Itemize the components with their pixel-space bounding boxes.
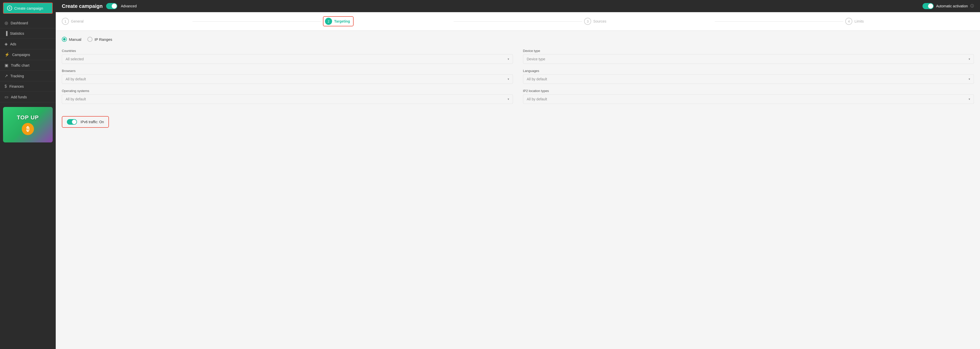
sidebar-item-ads-label: Ads <box>10 42 16 46</box>
sidebar-item-tracking[interactable]: ↗ Tracking <box>0 71 56 81</box>
countries-field: Countries All selected ▾ <box>62 49 513 64</box>
ipv6-row-wrapper: IPv6 traffic: On <box>62 110 974 128</box>
sidebar-item-traffic-chart-label: Traffic chart <box>11 63 29 67</box>
plus-circle-icon: + <box>7 6 12 11</box>
traffic-chart-icon: ▣ <box>5 63 8 68</box>
countries-chevron-icon: ▾ <box>508 57 509 61</box>
sidebar-item-tracking-label: Tracking <box>10 74 24 78</box>
device-type-chevron-icon: ▾ <box>969 57 970 61</box>
step-limits-label: Limits <box>854 19 864 23</box>
campaigns-icon: ⚡ <box>5 52 10 57</box>
operating-systems-chevron-icon: ▾ <box>508 97 509 101</box>
ipv6-toggle[interactable] <box>67 119 77 125</box>
statistics-icon: ▐ <box>5 31 7 36</box>
languages-label: Languages <box>523 69 974 73</box>
sidebar-item-ads[interactable]: ◈ Ads <box>0 39 56 49</box>
sidebar-item-dashboard[interactable]: ◎ Dashboard <box>0 18 56 29</box>
languages-select[interactable]: All by default ▾ <box>523 74 974 84</box>
topbar-right: Automatic activation ⓘ <box>923 3 974 9</box>
languages-value: All by default <box>527 77 547 81</box>
step-line-3 <box>715 21 843 22</box>
step-targeting-active-box: 2 Targeting <box>323 16 353 26</box>
sidebar-item-finances[interactable]: $ Finances <box>0 81 56 92</box>
content-area: Manual IP Ranges Countries All selected … <box>56 31 980 349</box>
browsers-chevron-icon: ▾ <box>508 77 509 81</box>
operating-systems-label: Operating systems <box>62 89 513 93</box>
steps-bar: 1 General 2 Targeting 3 Sources 4 <box>56 12 980 31</box>
advanced-label: Advanced <box>121 4 137 8</box>
device-type-select[interactable]: Device type ▾ <box>523 54 974 64</box>
main-content: Create campaign Advanced Automatic activ… <box>56 0 980 349</box>
browsers-select[interactable]: All by default ▾ <box>62 74 513 84</box>
step-targeting-label: Targeting <box>334 19 350 23</box>
ipv6-label: IPv6 traffic: On <box>81 120 104 124</box>
operating-systems-value: All by default <box>65 97 86 101</box>
sidebar-item-add-funds-label: Add funds <box>11 95 27 99</box>
operating-systems-select[interactable]: All by default ▾ <box>62 94 513 104</box>
top-up-label: TOP UP <box>17 114 39 121</box>
countries-select[interactable]: All selected ▾ <box>62 54 513 64</box>
sidebar-item-statistics-label: Statistics <box>10 32 24 35</box>
page-title: Create campaign <box>62 3 103 9</box>
ads-icon: ◈ <box>5 41 8 46</box>
manual-radio-inner <box>63 38 65 41</box>
step-limits-circle: 4 <box>845 18 852 25</box>
sidebar-promo-banner[interactable]: TOP UP ₿ <box>3 107 52 142</box>
sidebar-item-dashboard-label: Dashboard <box>11 21 28 25</box>
browsers-field: Browsers All by default ▾ <box>62 69 513 84</box>
step-general-label: General <box>71 19 84 23</box>
operating-systems-field: Operating systems All by default ▾ <box>62 89 513 104</box>
sidebar-item-traffic-chart[interactable]: ▣ Traffic chart <box>0 60 56 71</box>
languages-field: Languages All by default ▾ <box>523 69 974 84</box>
ip2-location-types-select[interactable]: All by default ▾ <box>523 94 974 104</box>
step-targeting[interactable]: 2 Targeting <box>323 16 452 26</box>
sidebar-item-add-funds[interactable]: ▭ Add funds <box>0 92 56 102</box>
mode-selector: Manual IP Ranges <box>62 37 974 42</box>
create-campaign-button[interactable]: + Create campaign <box>3 3 52 14</box>
browsers-label: Browsers <box>62 69 513 73</box>
tracking-icon: ↗ <box>5 73 8 78</box>
manual-radio[interactable]: Manual <box>62 37 81 42</box>
ipv6-toggle-row: IPv6 traffic: On <box>62 116 109 128</box>
create-campaign-label: Create campaign <box>14 6 43 10</box>
auto-activation-label: Automatic activation <box>936 4 968 8</box>
step-line-1 <box>192 21 321 22</box>
ip-ranges-radio-outer <box>88 37 92 42</box>
countries-value: All selected <box>65 57 84 61</box>
sidebar-item-campaigns-label: Campaigns <box>12 53 30 57</box>
device-type-label: Device type <box>523 49 974 53</box>
step-sources-label: Sources <box>593 19 606 23</box>
step-targeting-circle: 2 <box>325 18 332 25</box>
sidebar-item-statistics[interactable]: ▐ Statistics <box>0 29 56 39</box>
auto-activation-toggle[interactable] <box>923 3 934 9</box>
countries-label: Countries <box>62 49 513 53</box>
targeting-form: Countries All selected ▾ Device type Dev… <box>62 49 974 104</box>
sidebar-nav: ◎ Dashboard ▐ Statistics ◈ Ads ⚡ Campaig… <box>0 16 56 104</box>
ip2-location-types-field: IP2 location types All by default ▾ <box>523 89 974 104</box>
ip-ranges-radio-label: IP Ranges <box>94 37 112 41</box>
topbar: Create campaign Advanced Automatic activ… <box>56 0 980 12</box>
step-line-2 <box>453 21 582 22</box>
step-general[interactable]: 1 General <box>62 18 191 25</box>
device-type-value: Device type <box>527 57 545 61</box>
sidebar-item-campaigns[interactable]: ⚡ Campaigns <box>0 49 56 60</box>
sidebar: + Create campaign ◎ Dashboard ▐ Statisti… <box>0 0 56 349</box>
advanced-toggle[interactable] <box>106 3 117 9</box>
step-general-circle: 1 <box>62 18 69 25</box>
languages-chevron-icon: ▾ <box>969 77 970 81</box>
add-funds-icon: ▭ <box>5 94 8 99</box>
step-sources[interactable]: 3 Sources <box>584 18 713 25</box>
step-sources-circle: 3 <box>584 18 591 25</box>
auto-activation-info-icon[interactable]: ⓘ <box>970 4 974 8</box>
step-limits[interactable]: 4 Limits <box>845 18 974 25</box>
bitcoin-icon: ₿ <box>22 123 34 135</box>
manual-radio-label: Manual <box>69 37 81 41</box>
browsers-value: All by default <box>65 77 86 81</box>
ip-ranges-radio[interactable]: IP Ranges <box>88 37 112 42</box>
ip2-location-types-value: All by default <box>527 97 547 101</box>
ip2-location-types-chevron-icon: ▾ <box>969 97 970 101</box>
ipv6-toggle-knob <box>72 120 76 124</box>
finances-icon: $ <box>5 84 7 89</box>
device-type-field: Device type Device type ▾ <box>523 49 974 64</box>
dashboard-icon: ◎ <box>5 21 8 25</box>
